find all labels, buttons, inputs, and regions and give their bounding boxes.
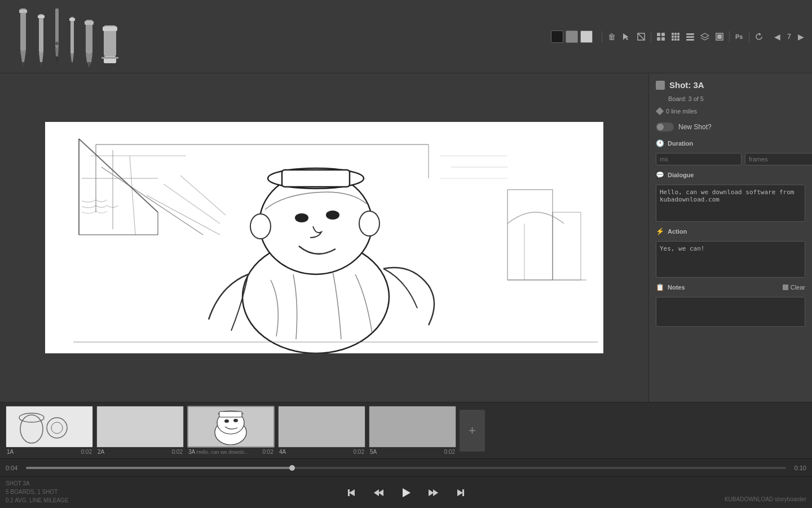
drawing-canvas[interactable] <box>45 122 603 353</box>
color-black[interactable] <box>551 30 563 43</box>
tool-eraser[interactable] <box>102 25 118 71</box>
svg-rect-36 <box>677 36 679 38</box>
prev-page-btn[interactable]: ◀ <box>772 31 783 42</box>
svg-rect-33 <box>677 33 679 35</box>
clock-icon: 🕐 <box>656 139 664 147</box>
film-cell-1a[interactable]: 1A 0:02 <box>6 406 93 455</box>
film-thumb-2a <box>96 406 184 448</box>
film-note-3a: Hello, can we downlo... <box>196 449 249 455</box>
page-nav: ◀ 7 ▶ <box>772 31 806 42</box>
svg-marker-100 <box>374 489 379 496</box>
svg-marker-18 <box>87 62 91 68</box>
svg-rect-15 <box>69 18 75 21</box>
svg-rect-31 <box>672 33 674 35</box>
dialogue-icon: 💬 <box>656 171 664 179</box>
skip-to-start-btn[interactable] <box>343 484 361 502</box>
grid-small[interactable] <box>654 29 668 44</box>
color-gray[interactable] <box>566 30 578 43</box>
progress-handle[interactable] <box>289 465 295 471</box>
duration-ms-input[interactable] <box>656 153 742 165</box>
film-label-row-2a: 2A 0:02 <box>96 448 184 455</box>
film-time-3a: 0:02 <box>263 449 273 455</box>
svg-rect-23 <box>103 27 117 31</box>
frame-button[interactable] <box>712 29 727 44</box>
film-label-1a: 1A <box>7 449 14 455</box>
top-toolbar: 🗑 <box>0 0 812 73</box>
film-cell-2a[interactable]: 2A 0:02 <box>96 406 184 455</box>
app-name: KUBADOWNLOAD storyboarder <box>725 496 806 502</box>
new-shot-row: New Shot? <box>656 120 805 134</box>
action-header: ⚡ Action <box>656 227 805 235</box>
duration-frames-input[interactable] <box>745 153 812 165</box>
tool-pen-nib[interactable] <box>53 8 61 71</box>
svg-rect-39 <box>677 38 679 41</box>
duration-row <box>656 153 805 165</box>
film-cell-3a[interactable]: 3A Hello, can we downlo... 0:02 <box>187 406 275 455</box>
grid-list[interactable] <box>683 29 698 44</box>
svg-marker-9 <box>55 48 59 56</box>
divider-2 <box>651 31 651 42</box>
action-icon: ⚡ <box>656 227 664 235</box>
svg-rect-70 <box>282 170 350 187</box>
film-time-4a: 0:02 <box>354 449 364 455</box>
board-info: Board: 3 of 5 <box>656 95 805 102</box>
photoshop-button[interactable]: Ps <box>732 29 747 44</box>
play-btn[interactable] <box>397 484 415 502</box>
svg-rect-12 <box>70 17 74 54</box>
film-label-4a: 4A <box>279 449 286 455</box>
svg-point-71 <box>295 213 308 222</box>
clear-notes-button[interactable]: Clear <box>783 284 805 291</box>
divider-3 <box>729 31 730 42</box>
svg-marker-2 <box>22 62 24 68</box>
svg-rect-87 <box>97 406 184 448</box>
svg-marker-14 <box>72 62 73 68</box>
film-cell-4a[interactable]: 4A 0:02 <box>278 406 365 455</box>
film-label-row-4a: 4A 0:02 <box>278 448 365 455</box>
film-cell-5a[interactable]: 5A 0:02 <box>369 406 456 455</box>
svg-point-94 <box>233 419 238 422</box>
svg-marker-10 <box>56 56 58 65</box>
color-light[interactable] <box>580 30 593 43</box>
tool-marker[interactable] <box>83 20 95 71</box>
svg-marker-48 <box>759 33 761 36</box>
svg-rect-3 <box>19 10 27 13</box>
tool-pencil-2[interactable] <box>36 14 46 71</box>
svg-marker-101 <box>403 488 411 497</box>
fast-forward-btn[interactable] <box>424 484 442 502</box>
skip-to-end-btn[interactable] <box>451 484 469 502</box>
grid-medium[interactable] <box>668 29 683 44</box>
svg-rect-4 <box>39 14 43 52</box>
move-tool[interactable] <box>634 29 648 44</box>
svg-rect-28 <box>661 33 665 36</box>
svg-rect-19 <box>85 21 94 25</box>
clear-icon <box>783 284 788 290</box>
filmstrip: 1A 0:02 2A 0:02 <box>0 402 812 458</box>
dialogue-textarea[interactable]: Hello, can we download software from kub… <box>656 185 805 222</box>
progress-bar[interactable] <box>26 467 786 469</box>
tool-pencil-1[interactable] <box>17 8 29 71</box>
svg-marker-43 <box>701 33 709 38</box>
svg-rect-35 <box>674 36 677 38</box>
refresh-button[interactable] <box>752 29 766 44</box>
playback-controls: SHOT 3A 5 BOARDS, 1 SHOT 0.2 AVG. LINE M… <box>0 476 812 508</box>
notes-textarea[interactable] <box>656 297 805 327</box>
svg-marker-97 <box>349 489 355 496</box>
svg-rect-105 <box>462 489 464 496</box>
layers-button[interactable] <box>698 29 712 44</box>
new-shot-toggle[interactable] <box>656 122 674 132</box>
select-tool[interactable] <box>619 29 634 44</box>
svg-line-26 <box>638 33 645 40</box>
rewind-btn[interactable] <box>370 484 388 502</box>
svg-marker-103 <box>433 489 438 496</box>
mileage-status: 0.2 AVG. LINE MILEAGE <box>6 496 69 505</box>
next-page-btn[interactable]: ▶ <box>796 31 806 42</box>
delete-button[interactable]: 🗑 <box>604 29 619 44</box>
svg-rect-29 <box>657 37 660 41</box>
tool-pencil-thin[interactable] <box>68 17 77 71</box>
canvas-area[interactable] <box>0 73 648 402</box>
film-thumb-5a <box>369 406 456 448</box>
diamond-icon <box>656 107 664 115</box>
action-textarea[interactable]: Yes, we can! <box>656 241 805 278</box>
shot-title-icon <box>656 81 665 90</box>
add-cell-button[interactable]: + <box>460 410 485 452</box>
